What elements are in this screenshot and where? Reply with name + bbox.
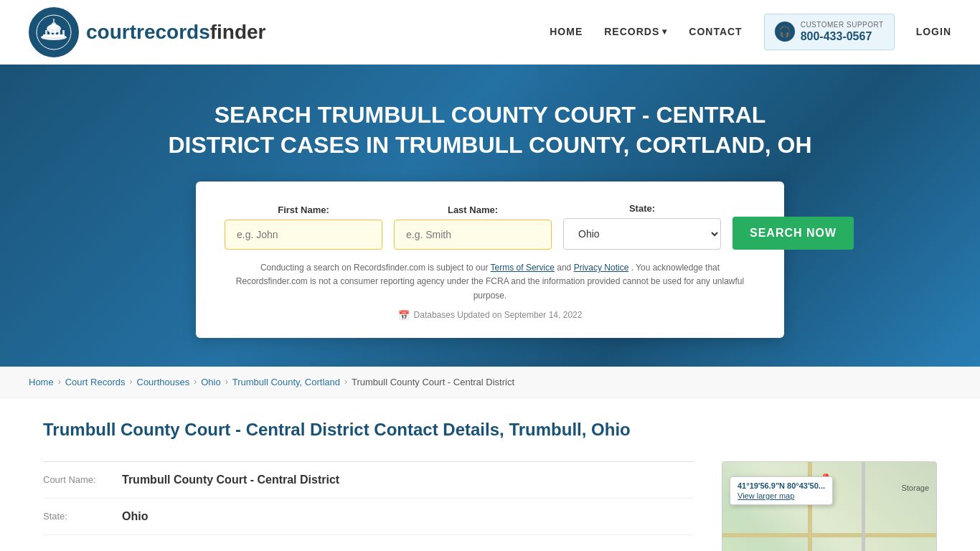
svg-rect-7 (62, 30, 65, 37)
terms-link[interactable]: Terms of Service (491, 263, 555, 273)
state-label: State: (563, 203, 721, 214)
disclaimer-and: and (557, 263, 571, 273)
map-coords: 41°19'56.9"N 80°43'50... (738, 481, 825, 490)
nav-records-label: RECORDS (604, 26, 659, 37)
last-name-input[interactable] (394, 220, 552, 250)
nav-records[interactable]: RECORDS ▾ (604, 26, 667, 37)
breadcrumb-sep-5: › (344, 377, 347, 387)
breadcrumb: Home › Court Records › Courthouses › Ohi… (0, 367, 980, 398)
db-updated: 📅 Databases Updated on September 14, 202… (225, 310, 755, 321)
svg-point-10 (52, 22, 56, 27)
last-name-field-group: Last Name: (394, 204, 552, 250)
map-tooltip: 41°19'56.9"N 80°43'50... View larger map (730, 476, 833, 505)
breadcrumb-sep-2: › (130, 377, 133, 387)
map-view-larger-link[interactable]: View larger map (738, 491, 825, 500)
map-road-vertical-2 (862, 462, 865, 551)
first-name-label: First Name: (225, 204, 382, 215)
svg-rect-3 (45, 30, 47, 37)
breadcrumb-ohio[interactable]: Ohio (201, 377, 220, 387)
main-nav: HOME RECORDS ▾ CONTACT 🎧 CUSTOMER SUPPOR… (550, 14, 951, 51)
headphone-icon: 🎧 (775, 22, 795, 42)
logo-text: courtrecordsfinder (86, 21, 266, 44)
state-field-group: State: Ohio Alabama Alaska Arizona Calif… (563, 203, 721, 250)
privacy-link[interactable]: Privacy Notice (574, 263, 629, 273)
last-name-label: Last Name: (394, 204, 552, 215)
search-fields: First Name: Last Name: State: Ohio Alaba… (225, 203, 755, 250)
chevron-down-icon: ▾ (662, 27, 667, 37)
first-name-field-group: First Name: (225, 204, 382, 250)
disclaimer-prefix: Conducting a search on Recordsfinder.com… (260, 263, 489, 273)
breadcrumb-courthouses[interactable]: Courthouses (137, 377, 190, 387)
breadcrumb-court-records[interactable]: Court Records (65, 377, 126, 387)
nav-login[interactable]: LOGIN (916, 26, 951, 37)
nav-contact[interactable]: CONTACT (689, 26, 742, 37)
disclaimer-text: Conducting a search on Recordsfinder.com… (225, 261, 755, 303)
state-select[interactable]: Ohio Alabama Alaska Arizona California F… (563, 218, 721, 250)
breadcrumb-trumbull-cortland[interactable]: Trumbull County, Cortland (232, 377, 340, 387)
search-box: First Name: Last Name: State: Ohio Alaba… (196, 182, 784, 338)
state-detail-label: State: (43, 511, 115, 522)
support-text: CUSTOMER SUPPORT 800-433-0567 (801, 20, 884, 44)
support-label: CUSTOMER SUPPORT (801, 20, 884, 29)
court-name-value: Trumbull County Court - Central District (122, 474, 339, 486)
detail-layout: Court Name: Trumbull County Court - Cent… (43, 461, 937, 551)
breadcrumb-sep-3: › (194, 377, 197, 387)
breadcrumb-home[interactable]: Home (29, 377, 54, 387)
court-name-label: Court Name: (43, 474, 115, 485)
nav-home[interactable]: HOME (550, 26, 583, 37)
logo-bold-text: finder (210, 21, 266, 43)
map-road-vertical (808, 462, 812, 551)
support-box[interactable]: 🎧 CUSTOMER SUPPORT 800-433-0567 (764, 14, 895, 51)
map-background: 📍 41°19'56.9"N 80°43'50... View larger m… (722, 462, 936, 551)
map-road-horizontal (722, 533, 936, 537)
main-content: Trumbull County Court - Central District… (0, 398, 980, 551)
logo-icon (29, 7, 79, 57)
search-button[interactable]: SEARCH NOW (732, 217, 854, 250)
db-updated-text: Databases Updated on September 14, 2022 (414, 310, 583, 320)
first-name-input[interactable] (225, 220, 382, 250)
map-label-storage: Storage (901, 484, 929, 492)
detail-table: Court Name: Trumbull County Court - Cent… (43, 461, 693, 551)
support-number: 800-433-0567 (801, 29, 884, 44)
breadcrumb-sep-4: › (225, 377, 228, 387)
section-title: Trumbull County Court - Central District… (43, 420, 937, 440)
map-area: 📍 41°19'56.9"N 80°43'50... View larger m… (722, 461, 937, 551)
logo-regular-text: courtrecords (86, 21, 210, 43)
calendar-icon: 📅 (398, 310, 410, 321)
logo-area[interactable]: courtrecordsfinder (29, 7, 266, 57)
state-row: State: Ohio (43, 499, 693, 535)
hero-title: SEARCH TRUMBULL COUNTY COURT - CENTRAL D… (167, 100, 813, 160)
state-detail-value: Ohio (122, 510, 148, 523)
breadcrumb-current: Trumbull County Court - Central District (352, 377, 514, 387)
breadcrumb-sep-1: › (58, 377, 61, 387)
hero-section: SEARCH TRUMBULL COUNTY COURT - CENTRAL D… (0, 65, 980, 367)
site-header: courtrecordsfinder HOME RECORDS ▾ CONTAC… (0, 0, 980, 65)
court-name-row: Court Name: Trumbull County Court - Cent… (43, 462, 693, 499)
